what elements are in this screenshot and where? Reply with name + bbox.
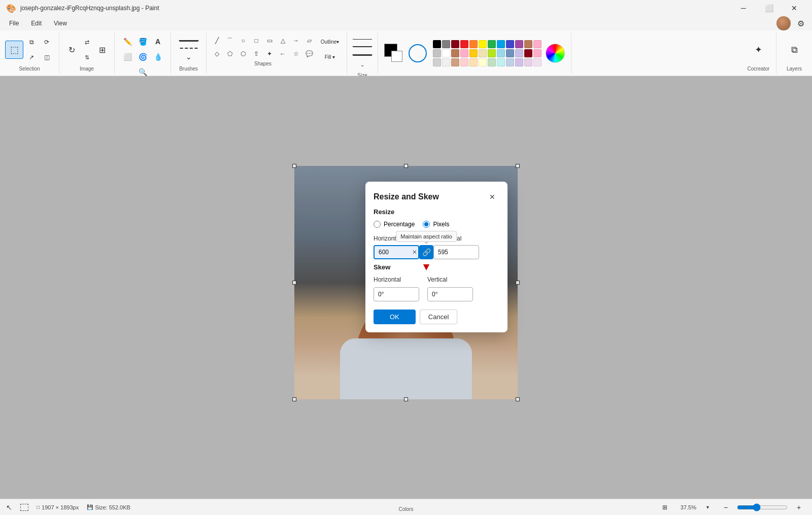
swatch-periwinkle[interactable]	[506, 58, 514, 66]
image-rotate-button[interactable]: ↻	[64, 43, 79, 57]
shape-pentagon[interactable]: ⬠	[224, 48, 236, 60]
shape-arrow-right[interactable]: →	[290, 35, 302, 47]
shape-oval[interactable]: ○	[237, 35, 249, 47]
shape-rect2[interactable]: ▭	[263, 35, 276, 47]
shape-hexagon[interactable]: ⬡	[237, 48, 249, 60]
layers-button[interactable]: ⧉	[787, 43, 801, 57]
swatch-maroon[interactable]	[524, 49, 532, 57]
zoom-slider[interactable]	[737, 503, 788, 511]
selection-freeform-button[interactable]: ⟳	[40, 35, 54, 49]
selection-invert-button[interactable]: ◫	[40, 50, 54, 64]
shape-rect[interactable]: □	[250, 35, 262, 47]
brush-stroke2[interactable]	[179, 43, 199, 49]
size-2[interactable]	[352, 41, 373, 47]
shape-chat[interactable]: 💬	[303, 48, 315, 60]
percentage-radio-input[interactable]	[374, 221, 381, 228]
shape-triangle[interactable]: △	[277, 35, 289, 47]
outline-button[interactable]: Outline▾	[317, 35, 343, 49]
shape-arrow4[interactable]: ✦	[263, 48, 276, 60]
brush-stroke[interactable]	[179, 36, 199, 42]
swatch-red[interactable]	[460, 40, 468, 48]
horizontal-clear-button[interactable]: ✕	[412, 249, 417, 255]
color-wheel[interactable]	[546, 44, 565, 63]
pixels-radio-input[interactable]	[423, 221, 430, 228]
zoom-dropdown-button[interactable]: ▾	[700, 500, 715, 514]
fill-shape-button[interactable]: Fill ▾	[317, 50, 343, 64]
swatch-lightyellow[interactable]	[479, 58, 487, 66]
size-3[interactable]	[352, 49, 373, 56]
close-button[interactable]: ✕	[783, 0, 806, 16]
shape-diamond[interactable]: ◇	[211, 48, 223, 60]
swatch-blue[interactable]	[497, 40, 505, 48]
swatch-green[interactable]	[488, 40, 496, 48]
swatch-thistle[interactable]	[524, 58, 532, 66]
swatch-tan[interactable]	[451, 49, 459, 57]
image-flip-v[interactable]: ⇅	[80, 50, 94, 64]
swatch-darkblue[interactable]	[506, 40, 514, 48]
swatch-white[interactable]	[442, 49, 450, 57]
menu-file[interactable]: File	[4, 18, 24, 29]
swatch-steelblue[interactable]	[506, 49, 514, 57]
cocreator-button[interactable]: ✦	[752, 43, 766, 57]
vertical-input[interactable]	[433, 245, 479, 259]
swatch-lavender[interactable]	[515, 49, 523, 57]
colorpicker-button[interactable]: 💧	[151, 50, 165, 64]
swatch-purple[interactable]	[515, 40, 523, 48]
cancel-button[interactable]: Cancel	[420, 310, 457, 324]
maximize-button[interactable]: ⬜	[757, 0, 781, 16]
menu-view[interactable]: View	[49, 18, 72, 29]
fill-button[interactable]: 🪣	[136, 35, 150, 49]
swatch-mauve[interactable]	[515, 58, 523, 66]
swatch-pink2[interactable]	[460, 49, 468, 57]
skew-v-input[interactable]	[427, 287, 473, 301]
selection-crop-button[interactable]: ⧉	[24, 35, 39, 49]
image-select-all[interactable]: ⊞	[95, 43, 109, 57]
swatch-orange[interactable]	[469, 40, 478, 48]
shape-star5[interactable]: ☆	[290, 48, 302, 60]
swatch-brown[interactable]	[524, 40, 532, 48]
secondary-color[interactable]	[391, 51, 402, 62]
shape-line[interactable]: ╱	[211, 35, 223, 47]
swatch-black[interactable]	[433, 40, 441, 48]
swatch-lightblue[interactable]	[497, 49, 505, 57]
user-avatar[interactable]	[776, 16, 791, 30]
swatch-blush[interactable]	[533, 58, 542, 66]
minimize-button[interactable]: ─	[732, 0, 755, 16]
swatch-peach[interactable]	[451, 58, 459, 66]
swatch-mintgreen[interactable]	[488, 58, 496, 66]
swatch-salmon[interactable]	[460, 58, 468, 66]
ok-button[interactable]: OK	[374, 310, 416, 324]
image-flip-h[interactable]: ⇄	[80, 35, 94, 49]
swatch-cream[interactable]	[479, 49, 487, 57]
brush-arrow[interactable]: ⌄	[182, 50, 196, 64]
shape-arrow-left[interactable]: ←	[277, 48, 289, 60]
menu-edit[interactable]: Edit	[26, 18, 47, 29]
percentage-radio[interactable]: Percentage	[374, 221, 415, 228]
swatch-lime[interactable]	[488, 49, 496, 57]
maintain-ratio-button[interactable]: 🔗	[419, 245, 433, 259]
skew-h-input[interactable]	[374, 287, 419, 301]
selected-color-circle[interactable]	[409, 44, 427, 62]
shape-arrow-up[interactable]: ⇧	[250, 48, 262, 60]
swatch-lightgray[interactable]	[433, 49, 441, 57]
shape-parallelogram[interactable]: ▱	[303, 35, 315, 47]
swatch-darkred[interactable]	[451, 40, 459, 48]
swatch-yellow[interactable]	[479, 40, 487, 48]
swatch-aqua[interactable]	[497, 58, 505, 66]
swatch-offwhite[interactable]	[442, 58, 450, 66]
text-button[interactable]: A	[151, 35, 165, 49]
pencil-button[interactable]: ✏️	[120, 35, 134, 49]
dialog-close-button[interactable]: ✕	[485, 190, 499, 204]
smudge-button[interactable]: 🌀	[136, 50, 150, 64]
swatch-pink[interactable]	[533, 40, 542, 48]
swatch-apricot[interactable]	[469, 58, 478, 66]
swatch-gray[interactable]	[442, 40, 450, 48]
zoom-in-button[interactable]: +	[792, 500, 806, 514]
eraser-button[interactable]: ⬜	[120, 50, 134, 64]
settings-button[interactable]: ⚙	[794, 16, 808, 30]
main-canvas-area[interactable]: Resize and Skew ✕ Resize Percentage	[0, 76, 812, 499]
selection-transform-button[interactable]: ↗	[24, 50, 39, 64]
swatch-rose[interactable]	[533, 49, 542, 57]
size-arrow[interactable]: ⌄	[355, 57, 369, 72]
fit-screen-button[interactable]: ⊞	[658, 500, 672, 514]
